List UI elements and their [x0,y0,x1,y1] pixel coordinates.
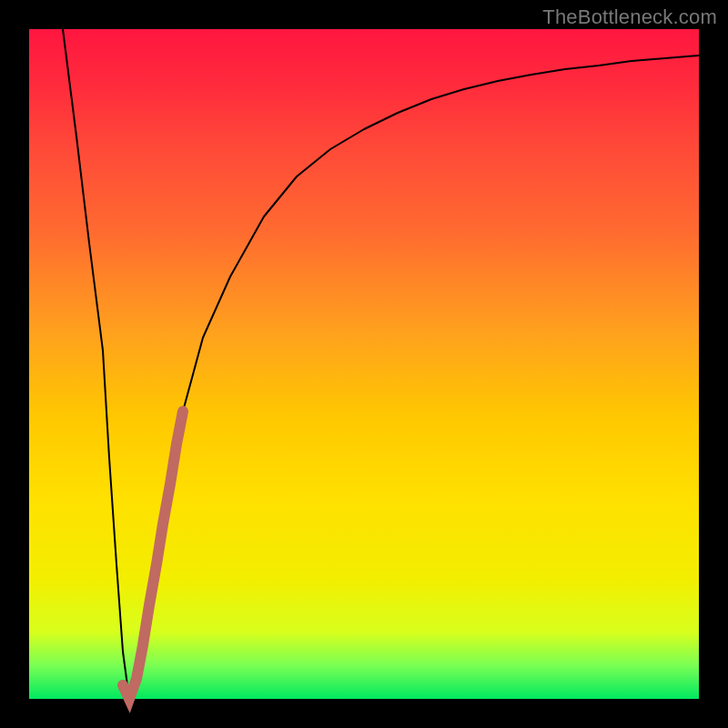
plot-area [29,29,699,699]
chart-svg [29,29,699,699]
chart-container: TheBottleneck.com [0,0,728,728]
watermark-text: TheBottleneck.com [542,5,717,29]
highlight-segment [123,411,183,699]
bottleneck-curve [63,29,699,699]
